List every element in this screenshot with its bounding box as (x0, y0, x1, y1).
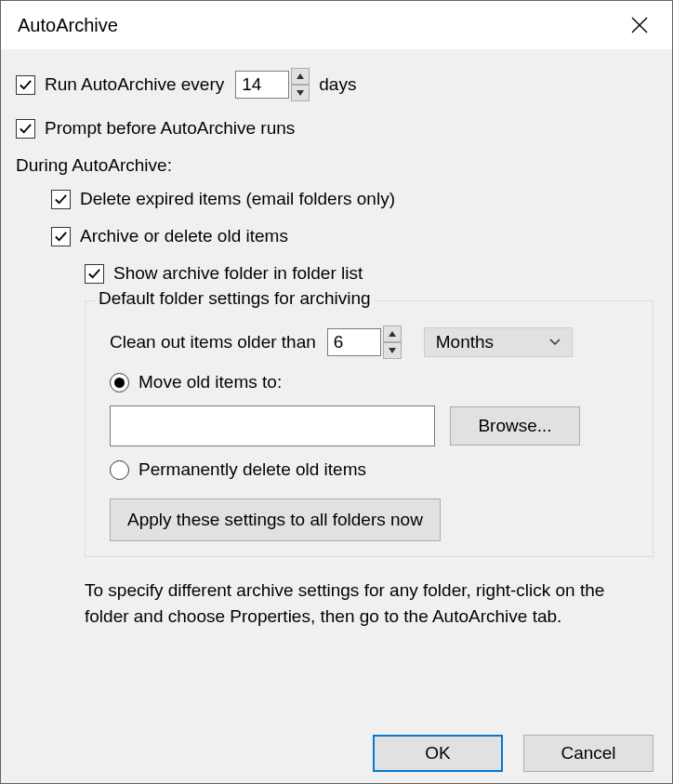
browse-button-label: Browse... (478, 416, 551, 436)
clean-out-spinner (383, 326, 402, 359)
close-icon (631, 17, 648, 33)
run-every-spinner (291, 68, 310, 101)
clean-out-spinner-down[interactable] (383, 342, 402, 359)
run-every-label-prefix: Run AutoArchive every (45, 74, 224, 95)
svg-marker-5 (389, 348, 396, 353)
move-row: Move old items to: (110, 372, 638, 392)
check-icon (87, 267, 101, 281)
move-radio[interactable] (110, 373, 129, 392)
button-bar: OK Cancel (373, 735, 653, 772)
check-icon (54, 230, 68, 244)
prompt-row: Prompt before AutoArchive runs (16, 118, 657, 139)
info-text: To specify different archive settings fo… (85, 578, 648, 629)
ok-button-label: OK (425, 743, 450, 764)
perm-delete-radio[interactable] (110, 460, 129, 480)
svg-marker-4 (389, 331, 396, 337)
dialog-title: AutoArchive (18, 15, 118, 36)
run-every-row: Run AutoArchive every days (16, 68, 657, 101)
show-folder-row: Show archive folder in folder list (85, 263, 657, 284)
prompt-checkbox[interactable] (16, 119, 35, 139)
chevron-down-icon (389, 348, 396, 353)
chevron-up-icon (297, 73, 304, 79)
delete-expired-row: Delete expired items (email folders only… (51, 189, 657, 209)
chevron-down-icon (549, 339, 561, 346)
cancel-button[interactable]: Cancel (523, 735, 653, 772)
titlebar: AutoArchive (1, 1, 672, 49)
archive-delete-row: Archive or delete old items (51, 226, 657, 246)
show-folder-checkbox[interactable] (85, 264, 104, 284)
check-icon (54, 193, 68, 206)
archive-delete-checkbox[interactable] (51, 227, 71, 246)
check-icon (19, 78, 33, 92)
move-path-row: Browse... (110, 405, 638, 446)
close-button[interactable] (621, 7, 658, 44)
prompt-label: Prompt before AutoArchive runs (45, 118, 295, 139)
during-label: During AutoArchive: (16, 155, 657, 176)
delete-expired-checkbox[interactable] (51, 190, 71, 209)
apply-all-button[interactable]: Apply these settings to all folders now (110, 498, 441, 541)
cancel-button-label: Cancel (561, 743, 615, 764)
delete-expired-label: Delete expired items (email folders only… (80, 189, 395, 209)
move-path-input[interactable] (110, 405, 435, 446)
run-every-input[interactable] (235, 71, 289, 99)
svg-marker-2 (297, 73, 304, 79)
defaults-legend: Default folder settings for archiving (95, 288, 375, 309)
defaults-fieldset: Default folder settings for archiving Cl… (85, 300, 653, 557)
check-icon (19, 122, 33, 136)
chevron-down-icon (297, 90, 304, 96)
clean-out-label: Clean out items older than (110, 332, 316, 352)
apply-all-button-label: Apply these settings to all folders now (127, 510, 423, 530)
autoarchive-dialog: AutoArchive Run AutoArchive every days P… (0, 0, 673, 784)
clean-out-input[interactable] (327, 328, 381, 356)
chevron-up-icon (389, 331, 396, 337)
clean-out-row: Clean out items older than Months (110, 326, 638, 359)
move-label: Move old items to: (139, 372, 282, 392)
ok-button[interactable]: OK (373, 735, 503, 772)
unit-select-value: Months (436, 332, 494, 352)
archive-delete-label: Archive or delete old items (80, 226, 288, 246)
perm-delete-row: Permanently delete old items (110, 459, 638, 480)
unit-select[interactable]: Months (424, 327, 573, 357)
browse-button[interactable]: Browse... (450, 406, 580, 445)
perm-delete-label: Permanently delete old items (139, 459, 366, 480)
run-every-spinner-down[interactable] (291, 85, 310, 101)
run-every-checkbox[interactable] (16, 75, 35, 95)
run-every-label-suffix: days (319, 74, 356, 95)
clean-out-spinner-up[interactable] (383, 326, 402, 342)
svg-marker-3 (297, 90, 304, 96)
dialog-content: Run AutoArchive every days Prompt before… (1, 49, 672, 783)
run-every-spinner-up[interactable] (291, 68, 310, 85)
show-folder-label: Show archive folder in folder list (113, 263, 363, 284)
